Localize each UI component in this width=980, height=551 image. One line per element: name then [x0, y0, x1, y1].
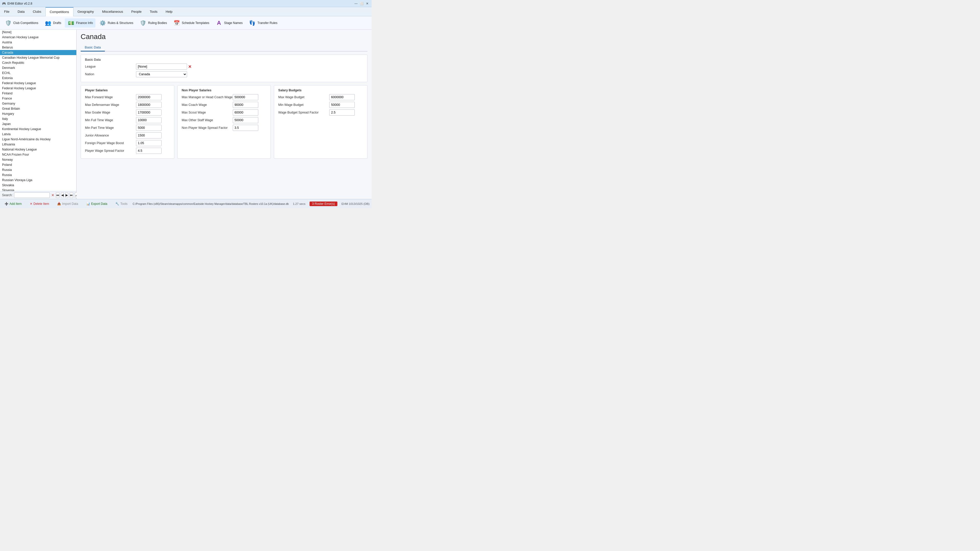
import-data-button[interactable]: 📥 Import Data [55, 202, 81, 206]
menu-competitions[interactable]: Competitions [45, 7, 73, 16]
wage-budget-spread-factor-input[interactable] [329, 110, 355, 116]
max-defenseman-wage-label: Max Defenseman Wage [85, 103, 136, 106]
tab-basic-data[interactable]: Basic Data [81, 44, 105, 52]
content-panel: Canada Basic Data Basic Data League ✕ Na… [76, 30, 372, 199]
finance-icon: 💵 [67, 19, 75, 27]
junior-allowance-input[interactable] [136, 132, 162, 138]
max-forward-wage-input[interactable] [136, 94, 162, 100]
sidebar-item[interactable]: Federal Hockey League [0, 81, 76, 86]
sidebar-item[interactable]: Federal Hockey League [0, 86, 76, 91]
close-button[interactable]: ✕ [365, 1, 369, 6]
sidebar-item[interactable]: Belarus [0, 45, 76, 50]
sidebar-item[interactable]: Russian Vtoraya Liga [0, 178, 76, 183]
sidebar-item[interactable]: ECHL [0, 70, 76, 76]
sidebar-item[interactable]: Denmark [0, 65, 76, 70]
menu-people[interactable]: People [127, 7, 145, 16]
sidebar-item[interactable]: Germany [0, 101, 76, 106]
sidebar-item[interactable]: Canada [0, 50, 76, 55]
max-manager-wage-input[interactable] [233, 94, 258, 100]
toolbar-transfer-rules[interactable]: 👣 Transfer Rules [246, 18, 280, 27]
min-wage-budget-input[interactable] [329, 102, 355, 108]
max-goalie-wage-row: Max Goalie Wage [85, 110, 170, 116]
foreign-player-wage-boost-input[interactable] [136, 140, 162, 146]
export-data-button[interactable]: 📊 Export Data [84, 202, 110, 206]
league-input[interactable] [136, 64, 187, 70]
sidebar-item[interactable]: American Hockey League [0, 35, 76, 40]
menu-clubs[interactable]: Clubs [29, 7, 45, 16]
sidebar-item[interactable]: Finland [0, 91, 76, 96]
nav-first-button[interactable]: ⏮ [56, 192, 59, 198]
sidebar-item[interactable]: Russia [0, 167, 76, 172]
menu-tools[interactable]: Tools [146, 7, 162, 16]
toolbar-drafts[interactable]: 👥 Drafts [42, 18, 64, 27]
toolbar-rules-structures[interactable]: ⚙️ Rules & Structures [97, 18, 136, 27]
max-wage-budget-input[interactable] [329, 94, 355, 100]
sidebar-item[interactable]: Hungary [0, 111, 76, 116]
titlebar: 🎮 EHM Editor v0.2.8 — ⬜ ✕ [0, 0, 372, 7]
minimize-button[interactable]: — [354, 1, 358, 6]
max-goalie-wage-input[interactable] [136, 110, 162, 116]
max-scout-wage-input[interactable] [233, 110, 258, 116]
sidebar-item[interactable]: Ligue Nord-Américaine du Hockey [0, 137, 76, 142]
max-defenseman-wage-input[interactable] [136, 102, 162, 108]
sidebar-item[interactable]: Lithuania [0, 142, 76, 147]
menu-data[interactable]: Data [14, 7, 29, 16]
menu-miscellaneous[interactable]: Miscellaneous [98, 7, 127, 16]
toolbar-club-competitions[interactable]: 🛡️ Club Competitions [2, 18, 41, 27]
min-full-time-wage-input[interactable] [136, 117, 162, 123]
sidebar-item[interactable]: NCAA Frozen Four [0, 152, 76, 157]
toolbar-finance-info[interactable]: 💵 Finance Info [65, 18, 95, 27]
sidebar-item[interactable]: Kontinental Hockey League [0, 127, 76, 132]
sidebar-item[interactable]: Estonia [0, 76, 76, 81]
sidebar-item[interactable]: Czech Republic [0, 60, 76, 65]
menu-geography[interactable]: Geography [73, 7, 98, 16]
menu-help[interactable]: Help [162, 7, 177, 16]
min-part-time-wage-input[interactable] [136, 125, 162, 131]
sidebar-item[interactable]: Canadian Hockey League Memorial Cup [0, 55, 76, 60]
drafts-icon: 👥 [45, 19, 52, 27]
toolbar-finance-info-label: Finance Info [76, 21, 93, 25]
sidebar-list[interactable]: [None]American Hockey LeagueAustriaBelar… [0, 30, 76, 191]
sidebar-item[interactable]: [None] [0, 30, 76, 35]
nation-select[interactable]: Canada USA Russia [136, 71, 187, 77]
league-label: League [85, 65, 136, 68]
min-wage-budget-row: Min Wage Budget [278, 102, 363, 108]
max-other-staff-wage-input[interactable] [233, 117, 258, 123]
sidebar-item[interactable]: Poland [0, 162, 76, 167]
sidebar-item[interactable]: France [0, 96, 76, 101]
add-item-button[interactable]: ➕ Add Item [2, 202, 24, 206]
sidebar-item[interactable]: Slovenia [0, 188, 76, 191]
max-coach-wage-label: Max Coach Wage [182, 103, 233, 106]
sidebar-item[interactable]: National Hockey League [0, 147, 76, 152]
toolbar-stage-names[interactable]: A Stage Names [213, 18, 245, 27]
sidebar-item[interactable]: Slovakia [0, 183, 76, 188]
maximize-button[interactable]: ⬜ [360, 1, 364, 6]
sidebar-item[interactable]: Italy [0, 116, 76, 121]
roster-errors-button[interactable]: 3 Roster Error(s) [310, 202, 337, 206]
nav-prev-button[interactable]: ◀ [61, 192, 64, 198]
non-player-wage-spread-factor-row: Non Player Wage Spread Factor [182, 125, 267, 131]
sidebar-item[interactable]: Norway [0, 157, 76, 162]
delete-item-button[interactable]: ✕ Delete Item [27, 202, 52, 206]
sidebar-item[interactable]: Japan [0, 121, 76, 127]
player-salaries-section: Player Salaries Max Forward Wage Max Def… [81, 85, 174, 159]
search-input[interactable] [14, 192, 50, 198]
sidebar-item[interactable]: Austria [0, 40, 76, 45]
tools-label: Tools [120, 202, 127, 206]
page-title: Canada [81, 33, 368, 41]
sidebar-item[interactable]: Latvia [0, 132, 76, 137]
toolbar-ruling-bodies[interactable]: 🛡️ Ruling Bodies [137, 18, 169, 27]
sidebar-item[interactable]: Russia [0, 172, 76, 178]
sidebar-item[interactable]: Great Britain [0, 106, 76, 111]
search-clear-button[interactable]: ✕ [51, 193, 54, 197]
player-wage-spread-factor-input[interactable] [136, 148, 162, 154]
add-item-label: Add Item [10, 202, 22, 206]
tools-button[interactable]: 🔧 Tools [113, 202, 130, 206]
menu-file[interactable]: File [0, 7, 14, 16]
toolbar-schedule-templates[interactable]: 📅 Schedule Templates [170, 18, 212, 27]
league-clear-button[interactable]: ✕ [188, 64, 191, 69]
nav-last-button[interactable]: ⏭ [70, 192, 73, 198]
max-coach-wage-input[interactable] [233, 102, 258, 108]
non-player-wage-spread-factor-input[interactable] [233, 125, 258, 131]
nav-next-button[interactable]: ▶ [65, 192, 68, 198]
